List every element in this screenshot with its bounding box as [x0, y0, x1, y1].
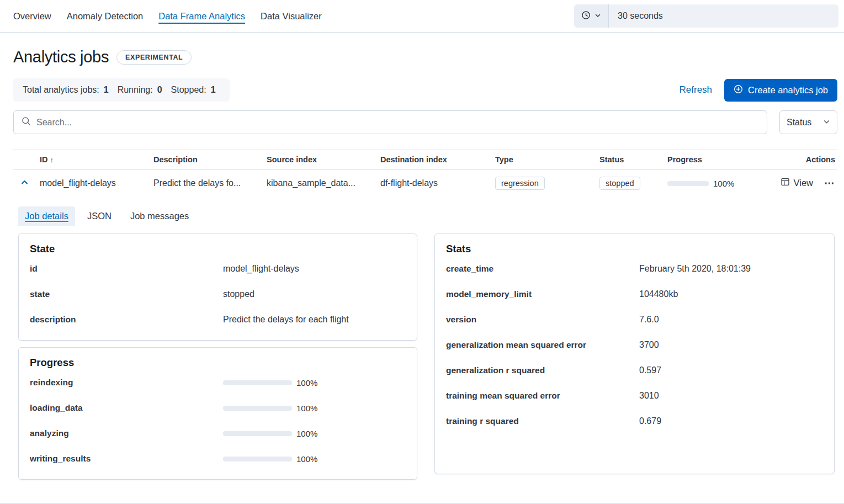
tab-data-frame-analytics[interactable]: Data Frame Analytics	[158, 11, 245, 22]
tab-job-details[interactable]: Job details	[18, 206, 75, 226]
stats-row: create_time February 5th 2020, 18:01:39	[446, 256, 823, 282]
state-panel-title: State	[30, 243, 406, 255]
actions-menu-button[interactable]: ⋯	[824, 178, 835, 188]
collapse-row-button[interactable]	[18, 177, 31, 188]
tab-job-messages[interactable]: Job messages	[124, 206, 195, 226]
column-header-description: Description	[153, 155, 267, 164]
state-row: id model_flight-delays	[30, 256, 406, 282]
stats-panel-title: Stats	[446, 243, 823, 255]
chevron-down-icon	[594, 11, 601, 21]
running-jobs-value: 0	[157, 85, 162, 95]
progress-panel-title: Progress	[30, 357, 406, 369]
page-title: Analytics jobs	[13, 48, 109, 66]
stats-row: model_memory_limit 104480kb	[446, 282, 823, 307]
chevron-down-icon	[823, 118, 830, 128]
jobs-summary-stats: Total analytics jobs:1 Running:0 Stopped…	[13, 78, 230, 102]
view-button-label: View	[794, 178, 813, 188]
top-navigation: Overview Anomaly Detection Data Frame An…	[0, 0, 844, 33]
progress-row: writing_results 100%	[30, 446, 406, 471]
jobs-search-box	[13, 110, 767, 134]
sort-ascending-icon: ↑	[50, 156, 54, 164]
tab-anomaly-detection[interactable]: Anomaly Detection	[67, 11, 144, 22]
stopped-jobs-label: Stopped:	[171, 85, 206, 95]
status-filter-select[interactable]: Status	[779, 110, 837, 134]
progress-bar	[223, 380, 292, 385]
job-description: Predict the delays fo...	[153, 178, 267, 188]
table-header-row: ID↑ Description Source index Destination…	[13, 150, 837, 169]
create-analytics-job-label: Create analytics job	[748, 85, 828, 96]
stats-row: training r squared 0.679	[446, 408, 823, 434]
column-header-status: Status	[599, 155, 667, 164]
job-progress-cell: 100%	[667, 178, 756, 188]
progress-panel: Progress reindexing 100% loading_data 10…	[18, 347, 417, 480]
search-input[interactable]	[36, 118, 759, 128]
job-id: model_flight-delays	[40, 178, 153, 188]
experimental-badge: EXPERIMENTAL	[116, 50, 192, 65]
analytics-jobs-table: ID↑ Description Source index Destination…	[13, 150, 837, 197]
job-progress-label: 100%	[713, 179, 734, 188]
column-header-progress: Progress	[667, 155, 756, 164]
clock-icon	[581, 10, 591, 22]
total-jobs-value: 1	[104, 85, 109, 95]
ellipsis-icon: ⋯	[824, 178, 835, 188]
status-filter-label: Status	[787, 118, 811, 128]
stats-row: version 7.6.0	[446, 307, 823, 332]
stats-row: generalization r squared 0.597	[446, 358, 823, 383]
column-header-type: Type	[495, 155, 599, 164]
state-row: description Predict the delays for each …	[30, 307, 406, 332]
job-status-badge: stopped	[599, 177, 640, 190]
job-detail-tabs: Job details JSON Job messages	[18, 206, 837, 226]
tab-overview[interactable]: Overview	[13, 11, 51, 22]
job-type-badge: regression	[495, 177, 545, 190]
time-quick-select-button[interactable]	[574, 4, 609, 28]
column-header-source-index: Source index	[267, 155, 380, 164]
tab-data-visualizer[interactable]: Data Visualizer	[261, 11, 322, 22]
table-row: model_flight-delays Predict the delays f…	[13, 169, 837, 197]
running-jobs-label: Running:	[118, 85, 153, 95]
state-row: state stopped	[30, 282, 406, 307]
stats-row: generalization mean squared error 3700	[446, 332, 823, 358]
search-icon	[22, 116, 31, 128]
chevron-up-icon	[20, 178, 29, 187]
progress-bar	[223, 431, 292, 436]
job-destination-index: df-flight-delays	[380, 178, 495, 188]
state-panel: State id model_flight-delays state stopp…	[18, 234, 417, 341]
refresh-interval-value[interactable]: 30 seconds	[609, 4, 838, 28]
job-progress-bar	[667, 181, 709, 186]
column-header-destination-index: Destination index	[380, 155, 495, 164]
job-source-index: kibana_sample_data...	[267, 178, 380, 188]
stats-row: training mean squared error 3010	[446, 383, 823, 408]
table-icon	[781, 178, 789, 188]
create-analytics-job-button[interactable]: Create analytics job	[724, 79, 837, 102]
progress-bar	[223, 457, 292, 461]
progress-row: loading_data 100%	[30, 395, 406, 421]
total-jobs-label: Total analytics jobs:	[23, 85, 99, 95]
tab-json[interactable]: JSON	[81, 206, 118, 226]
stopped-jobs-value: 1	[211, 85, 216, 95]
refresh-interval-picker: 30 seconds	[574, 4, 838, 28]
plus-in-circle-icon	[734, 84, 743, 96]
progress-row: analyzing 100%	[30, 421, 406, 446]
ml-nav-tabs: Overview Anomaly Detection Data Frame An…	[13, 11, 322, 22]
view-button[interactable]: View	[781, 178, 813, 188]
stats-panel: Stats create_time February 5th 2020, 18:…	[434, 234, 835, 474]
progress-bar	[223, 406, 292, 411]
column-header-actions: Actions	[756, 155, 837, 164]
refresh-link[interactable]: Refresh	[680, 84, 713, 96]
progress-row: reindexing 100%	[30, 370, 406, 395]
column-header-id[interactable]: ID↑	[40, 155, 153, 164]
